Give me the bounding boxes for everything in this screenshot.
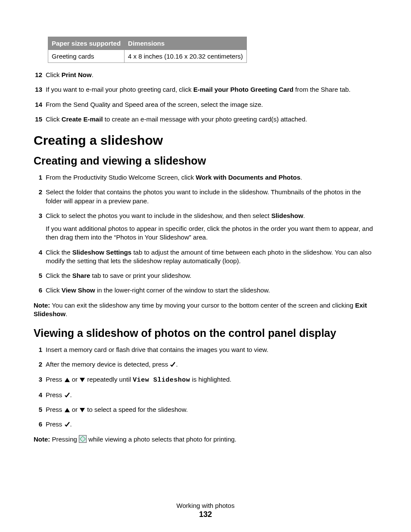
step-number: 3 <box>34 375 42 385</box>
step-number: 5 <box>34 405 42 414</box>
check-icon <box>64 392 70 398</box>
step-4: 4 Click the Slideshow Settings tab to ad… <box>34 248 377 266</box>
step-4: 4 Press . <box>34 391 377 399</box>
document-page: Paper sizes supported Dimensions Greetin… <box>0 0 411 532</box>
check-icon <box>170 361 176 367</box>
paper-sizes-table: Paper sizes supported Dimensions Greetin… <box>48 37 247 63</box>
section-b-steps: 1 Insert a memory card or flash drive th… <box>34 345 377 429</box>
step-12: 12 Click Print Now. <box>34 71 377 79</box>
note-b: Note: Pressing while viewing a photo sel… <box>34 435 377 444</box>
step-text: Press . <box>46 420 377 429</box>
step-text: Select the folder that contains the phot… <box>46 188 377 205</box>
table-header-paper: Paper sizes supported <box>48 37 125 50</box>
step-text: Click View Show in the lower-right corne… <box>46 286 377 295</box>
up-arrow-icon <box>64 377 70 383</box>
step-5: 5 Click the Share tab to save or print y… <box>34 271 377 280</box>
step-1: 1 From the Productivity Studio Welcome S… <box>34 173 377 182</box>
step-number: 6 <box>34 286 42 295</box>
step-number: 13 <box>34 85 42 94</box>
step-1: 1 Insert a memory card or flash drive th… <box>34 345 377 354</box>
step-number: 4 <box>34 391 42 399</box>
step-number: 2 <box>34 188 42 205</box>
top-steps-list: 12 Click Print Now. 13 If you want to e-… <box>34 71 377 124</box>
step-text: After the memory device is detected, pre… <box>46 360 377 369</box>
step-text: Insert a memory card or flash drive that… <box>46 345 377 354</box>
step-2: 2 After the memory device is detected, p… <box>34 360 377 369</box>
step-14: 14 From the Send Quality and Speed area … <box>34 100 377 109</box>
svg-marker-0 <box>65 378 70 382</box>
step-text: From the Productivity Studio Welcome Scr… <box>46 173 377 182</box>
step-text: From the Send Quality and Speed area of … <box>46 100 377 109</box>
step-number: 12 <box>34 71 42 79</box>
step-number: 1 <box>34 173 42 182</box>
step-text: Press or to select a speed for the slide… <box>46 405 377 414</box>
svg-marker-3 <box>80 408 85 412</box>
table-header-dimensions: Dimensions <box>125 37 247 50</box>
note-label: Note: <box>34 302 50 309</box>
step-6: 6 Click View Show in the lower-right cor… <box>34 286 377 295</box>
note-a: Note: You can exit the slideshow any tim… <box>34 301 377 319</box>
step-6: 6 Press . <box>34 420 377 429</box>
step-number: 3 <box>34 212 42 242</box>
note-label: Note: <box>34 436 50 443</box>
step-5: 5 Press or to select a speed for the sli… <box>34 405 377 414</box>
subheading-viewing-control-panel: Viewing a slideshow of photos on the con… <box>34 327 377 339</box>
svg-marker-1 <box>80 378 85 382</box>
cell-dimensions: 4 x 8 inches (10.16 x 20.32 centimeters) <box>125 50 247 63</box>
step-3: 3 Click to select the photos you want to… <box>34 212 377 242</box>
table-row: Greeting cards 4 x 8 inches (10.16 x 20.… <box>48 50 247 63</box>
down-arrow-icon <box>79 377 85 383</box>
step-number: 1 <box>34 345 42 354</box>
step-text: Click Print Now. <box>46 71 377 79</box>
page-number: 132 <box>0 510 411 519</box>
step-text: If you want to e-mail your photo greetin… <box>46 85 377 94</box>
step-sub-text: If you want additional photos to appear … <box>46 224 377 242</box>
step-text: Click to select the photos you want to i… <box>46 212 377 242</box>
svg-marker-2 <box>65 408 70 412</box>
step-number: 2 <box>34 360 42 369</box>
up-arrow-icon <box>64 408 70 413</box>
step-number: 4 <box>34 248 42 266</box>
check-icon <box>64 421 70 427</box>
select-button-icon <box>79 435 87 443</box>
section-a-steps: 1 From the Productivity Studio Welcome S… <box>34 173 377 295</box>
step-text: Press . <box>46 391 377 399</box>
down-arrow-icon <box>79 408 85 413</box>
step-number: 6 <box>34 420 42 429</box>
subheading-creating-and-viewing: Creating and viewing a slideshow <box>34 155 377 167</box>
footer-section-label: Working with photos <box>0 502 411 509</box>
step-number: 14 <box>34 100 42 109</box>
step-2: 2 Select the folder that contains the ph… <box>34 188 377 205</box>
step-number: 5 <box>34 271 42 280</box>
step-text: Click the Share tab to save or print you… <box>46 271 377 280</box>
step-13: 13 If you want to e-mail your photo gree… <box>34 85 377 94</box>
step-15: 15 Click Create E-mail to create an e-ma… <box>34 115 377 124</box>
heading-creating-slideshow: Creating a slideshow <box>34 133 377 148</box>
step-3: 3 Press or repeatedly until View Slidesh… <box>34 375 377 385</box>
step-text: Click Create E-mail to create an e-mail … <box>46 115 377 124</box>
page-footer: Working with photos 132 <box>0 502 411 519</box>
step-number: 15 <box>34 115 42 124</box>
step-text: Press or repeatedly until View Slideshow… <box>46 375 377 385</box>
cell-paper: Greeting cards <box>48 50 125 63</box>
step-text: Click the Slideshow Settings tab to adju… <box>46 248 377 266</box>
